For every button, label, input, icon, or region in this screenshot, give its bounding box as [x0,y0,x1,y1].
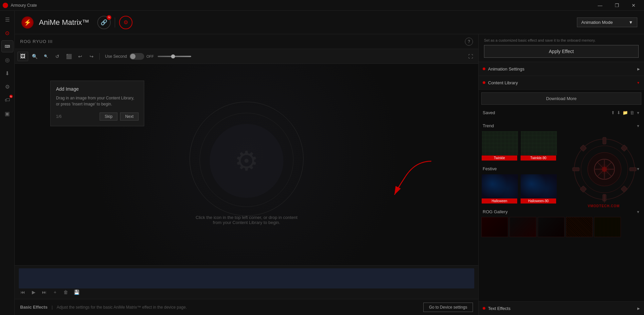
sidebar-item-download[interactable]: ⬇ [1,67,13,79]
festive-chevron[interactable]: ▼ [636,167,640,171]
device-icon-circle: ⚙ [119,16,132,29]
content-library-header[interactable]: Content Library ▼ [479,76,644,89]
sidebar-item-menu[interactable]: ☰ [1,13,13,26]
download-more-button[interactable]: Download More [481,92,641,105]
sidebar-item-network[interactable]: ◎ [1,54,13,66]
restore-button[interactable]: ❐ [609,0,625,11]
sidebar-item-home[interactable]: ⊙ [1,27,13,39]
header-icons: 🔗 N ⚙ [97,16,132,29]
rewind-button[interactable]: ⏮ [19,288,27,296]
zoom-out-button[interactable]: 🔍 [41,52,51,61]
saved-download-button[interactable]: ⬇ [617,110,621,115]
toggle-knob [130,54,136,59]
app-logo: ⚡ [21,16,34,29]
list-item[interactable]: Halloween-90 [520,174,556,204]
sidebar-item-keyboard[interactable]: ⌨ [1,40,13,52]
festive-header: Festive ▼ [481,165,641,174]
minimize-button[interactable]: — [592,0,608,11]
list-item[interactable] [481,217,508,237]
chevron-down-icon: ▼ [629,20,633,25]
list-item[interactable]: Twinkle-90 [520,131,556,161]
animation-settings-section: Animation Settings ▶ [479,62,644,76]
close-button[interactable]: ✕ [626,0,641,11]
tag-icon: 🏷 [5,97,10,103]
app-icon [3,3,8,8]
vmodtech-text: VMODTECH.COM [588,204,621,208]
rog-gallery-title: ROG Gallery [483,209,507,214]
apply-effect-desc: Set as a customized basic effect and sav… [484,38,639,42]
canvas-area: ⚙ Add Image Drag in an image from your C… [15,64,478,265]
zoom-in-button[interactable]: 🔍 [30,52,40,61]
home-icon: ⊙ [5,30,9,36]
bottom-description: Adjust the settings for the basic AniMe … [57,305,187,310]
slider-track[interactable] [158,56,191,57]
sidebar-item-tag[interactable]: 🏷 N [1,94,13,106]
forward-button[interactable]: ⏭ [40,288,48,296]
save-clip-button[interactable]: 💾 [72,288,80,296]
list-item[interactable]: Halloween [481,174,518,204]
text-effects-section: Text Effects ▶ [479,301,644,315]
window-controls: — ❐ ✕ [592,0,641,11]
right-panel: Set as a customized basic effect and sav… [478,34,644,315]
animation-settings-chevron: ▶ [637,67,640,71]
undo-button[interactable]: ↩ [75,52,85,61]
animation-settings-header[interactable]: Animation Settings ▶ [479,62,644,76]
rog-gallery-header: ROG Gallery ▼ [481,208,641,217]
header-icon-link[interactable]: 🔗 N [97,16,111,29]
menu-icon: ☰ [5,16,10,23]
add-clip-button[interactable]: + [51,288,59,296]
tooltip-title: Add Image [56,86,139,92]
crop-button[interactable]: ⬛ [64,52,74,61]
apply-effect-button[interactable]: Apply Effect [484,45,639,58]
device-settings-button[interactable]: Go to Device settings [423,303,473,312]
help-icon[interactable]: ? [465,38,473,46]
use-second-toggle[interactable]: OFF [129,53,154,60]
delete-clip-button[interactable]: 🗑 [62,288,70,296]
brightness-slider[interactable] [158,56,191,57]
saved-upload-button[interactable]: ⬆ [611,110,615,115]
display-icon: ▣ [5,110,10,117]
list-item[interactable] [594,217,621,237]
toolbar: 🖼 🔍 🔍 ↺ ⬛ ↩ ↪ Use Second OFF [15,49,478,64]
saved-folder-button[interactable]: 📁 [623,110,628,115]
twinkle90-thumbnail [521,131,557,155]
sidebar-item-display[interactable]: ▣ [1,107,13,120]
animation-mode-dropdown[interactable]: Animation Mode ▼ [577,17,637,27]
trend-section: Trend ▼ Twinkle Twinkle-90 [481,122,641,161]
slider-knob[interactable] [171,54,175,58]
list-item[interactable] [538,217,565,237]
content-library-body: Download More Saved ⬆ ⬇ 📁 🗑 ▼ [479,90,644,301]
refresh-button[interactable]: ↺ [52,52,62,61]
content-wrapper: ROG RYUO III ? 🖼 🔍 🔍 ↺ ⬛ ↩ ↪ Use Second [15,34,644,315]
device-header: ROG RYUO III ? [15,34,478,49]
list-item[interactable]: Twinkle [481,131,518,161]
rog-gallery-chevron[interactable]: ▼ [636,210,640,214]
halloween90-thumbnail [521,174,557,198]
link-icon: 🔗 [101,19,107,26]
content-library-dot [483,81,485,84]
list-item[interactable] [566,217,593,237]
insert-image-button[interactable]: 🖼 [17,52,28,61]
trend-chevron[interactable]: ▼ [636,124,640,128]
saved-chevron[interactable]: ▼ [636,111,640,115]
gear-circle-fill: ⚙ [210,124,283,198]
play-button[interactable]: ▶ [30,288,38,296]
keyboard-icon: ⌨ [5,44,10,49]
title-bar-left: Armoury Crate [3,3,37,8]
list-item[interactable] [509,217,536,237]
sidebar-item-settings[interactable]: ⚙ [1,81,13,93]
fullscreen-button[interactable]: ⛶ [466,52,476,61]
next-button[interactable]: Next [120,113,139,121]
tooltip-text: Drag in an image from your Content Libra… [56,95,139,107]
saved-header: Saved ⬆ ⬇ 📁 🗑 ▼ [481,109,641,118]
header-icon-device[interactable]: ⚙ [119,16,132,29]
text-effects-header[interactable]: Text Effects ▶ [479,302,644,315]
redo-button[interactable]: ↪ [87,52,97,61]
use-second-label: Use Second [105,54,127,59]
toggle-track[interactable] [129,53,144,60]
skip-button[interactable]: Skip [100,113,117,121]
saved-actions: ⬆ ⬇ 📁 🗑 ▼ [611,110,640,115]
device-icon: ⚙ [123,19,128,26]
text-effects-title: Text Effects [488,306,635,311]
saved-delete-button[interactable]: 🗑 [630,110,634,115]
